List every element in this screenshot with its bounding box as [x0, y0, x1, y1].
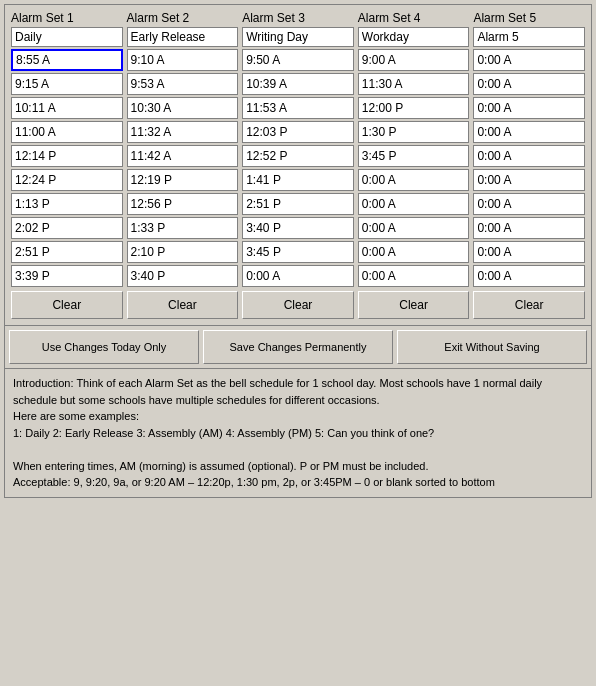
- alarm-time-input-col2-row4[interactable]: [127, 121, 239, 143]
- alarm-time-input-col1-row6[interactable]: [11, 169, 123, 191]
- alarm-time-input-col2-row9[interactable]: [127, 241, 239, 263]
- alarm-time-input-col2-row3[interactable]: [127, 97, 239, 119]
- alarm-time-input-col3-row9[interactable]: [242, 241, 354, 263]
- alarm-name-input-2[interactable]: [127, 27, 239, 47]
- alarm-time-input-col4-row7[interactable]: [358, 193, 470, 215]
- alarm-time-input-col3-row8[interactable]: [242, 217, 354, 239]
- alarm-time-input-col2-row1[interactable]: [127, 49, 239, 71]
- alarm-time-input-col1-row7[interactable]: [11, 193, 123, 215]
- alarm-name-input-3[interactable]: [242, 27, 354, 47]
- alarm-column-2: Alarm Set 2Clear: [125, 9, 241, 321]
- alarm-time-input-col1-row8[interactable]: [11, 217, 123, 239]
- alarm-time-input-col4-row8[interactable]: [358, 217, 470, 239]
- alarm-time-input-col3-row4[interactable]: [242, 121, 354, 143]
- alarm-time-input-col4-row3[interactable]: [358, 97, 470, 119]
- alarm-time-input-col5-row5[interactable]: [473, 145, 585, 167]
- info-box: Introduction: Think of each Alarm Set as…: [4, 368, 592, 498]
- alarm-time-input-col2-row8[interactable]: [127, 217, 239, 239]
- alarm-time-input-col5-row8[interactable]: [473, 217, 585, 239]
- alarm-column-5: Alarm Set 5Clear: [471, 9, 587, 321]
- alarm-name-input-5[interactable]: [473, 27, 585, 47]
- clear-button-4[interactable]: Clear: [358, 291, 470, 319]
- alarm-set-label-5: Alarm Set 5: [473, 11, 585, 25]
- main-container: Alarm Set 1ClearAlarm Set 2ClearAlarm Se…: [0, 0, 596, 502]
- clear-button-2[interactable]: Clear: [127, 291, 239, 319]
- use-today-button[interactable]: Use Changes Today Only: [9, 330, 199, 364]
- alarm-time-input-col3-row7[interactable]: [242, 193, 354, 215]
- alarm-time-input-col2-row7[interactable]: [127, 193, 239, 215]
- alarm-time-input-col5-row9[interactable]: [473, 241, 585, 263]
- alarm-time-input-col1-row10[interactable]: [11, 265, 123, 287]
- exit-without-saving-button[interactable]: Exit Without Saving: [397, 330, 587, 364]
- alarm-time-input-col4-row10[interactable]: [358, 265, 470, 287]
- alarm-set-label-1: Alarm Set 1: [11, 11, 123, 25]
- alarm-column-1: Alarm Set 1Clear: [9, 9, 125, 321]
- alarm-set-label-4: Alarm Set 4: [358, 11, 470, 25]
- alarm-time-input-col1-row1[interactable]: [11, 49, 123, 71]
- alarm-time-input-col3-row1[interactable]: [242, 49, 354, 71]
- alarm-time-input-col5-row7[interactable]: [473, 193, 585, 215]
- alarm-time-input-col5-row10[interactable]: [473, 265, 585, 287]
- clear-button-3[interactable]: Clear: [242, 291, 354, 319]
- alarm-time-input-col4-row6[interactable]: [358, 169, 470, 191]
- alarm-time-input-col4-row5[interactable]: [358, 145, 470, 167]
- alarm-time-input-col4-row1[interactable]: [358, 49, 470, 71]
- alarm-time-input-col3-row5[interactable]: [242, 145, 354, 167]
- alarm-set-label-3: Alarm Set 3: [242, 11, 354, 25]
- alarm-time-input-col4-row9[interactable]: [358, 241, 470, 263]
- alarm-time-input-col1-row2[interactable]: [11, 73, 123, 95]
- alarm-time-input-col1-row5[interactable]: [11, 145, 123, 167]
- alarm-time-input-col5-row2[interactable]: [473, 73, 585, 95]
- alarm-time-input-col3-row6[interactable]: [242, 169, 354, 191]
- save-permanently-button[interactable]: Save Changes Permanently: [203, 330, 393, 364]
- action-bar: Use Changes Today Only Save Changes Perm…: [4, 326, 592, 368]
- alarm-set-label-2: Alarm Set 2: [127, 11, 239, 25]
- alarm-time-input-col2-row5[interactable]: [127, 145, 239, 167]
- alarm-time-input-col4-row4[interactable]: [358, 121, 470, 143]
- alarm-time-input-col5-row4[interactable]: [473, 121, 585, 143]
- alarm-time-input-col5-row3[interactable]: [473, 97, 585, 119]
- alarm-grid: Alarm Set 1ClearAlarm Set 2ClearAlarm Se…: [4, 4, 592, 326]
- alarm-column-3: Alarm Set 3Clear: [240, 9, 356, 321]
- alarm-time-input-col3-row3[interactable]: [242, 97, 354, 119]
- alarm-time-input-col1-row3[interactable]: [11, 97, 123, 119]
- alarm-time-input-col2-row6[interactable]: [127, 169, 239, 191]
- alarm-name-input-1[interactable]: [11, 27, 123, 47]
- alarm-time-input-col2-row10[interactable]: [127, 265, 239, 287]
- clear-button-5[interactable]: Clear: [473, 291, 585, 319]
- alarm-time-input-col1-row9[interactable]: [11, 241, 123, 263]
- alarm-column-4: Alarm Set 4Clear: [356, 9, 472, 321]
- alarm-time-input-col2-row2[interactable]: [127, 73, 239, 95]
- alarm-time-input-col3-row10[interactable]: [242, 265, 354, 287]
- alarm-time-input-col5-row6[interactable]: [473, 169, 585, 191]
- alarm-time-input-col3-row2[interactable]: [242, 73, 354, 95]
- alarm-name-input-4[interactable]: [358, 27, 470, 47]
- alarm-time-input-col4-row2[interactable]: [358, 73, 470, 95]
- alarm-time-input-col5-row1[interactable]: [473, 49, 585, 71]
- alarm-time-input-col1-row4[interactable]: [11, 121, 123, 143]
- clear-button-1[interactable]: Clear: [11, 291, 123, 319]
